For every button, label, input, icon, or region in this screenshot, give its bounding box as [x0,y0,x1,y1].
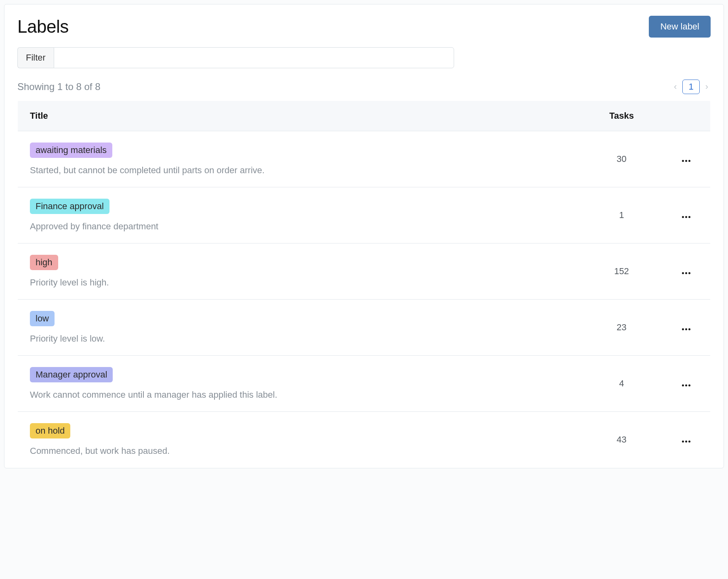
ellipsis-icon [682,272,684,274]
label-pill[interactable]: high [30,255,58,270]
more-actions-button[interactable] [680,270,693,277]
pagination: ‹ 1 › [671,80,711,94]
label-pill[interactable]: awaiting materials [30,143,112,158]
title-cell: highPriority level is high. [18,243,581,300]
ellipsis-icon [688,441,690,443]
ellipsis-icon [685,272,687,274]
label-description: Commenced, but work has paused. [30,446,569,456]
tasks-count: 4 [581,356,662,412]
actions-cell [662,243,711,300]
tasks-count: 30 [581,131,662,187]
summary-text: Showing 1 to 8 of 8 [17,81,100,92]
ellipsis-icon [682,441,684,443]
table-row: Finance approvalApproved by finance depa… [18,187,711,243]
more-actions-button[interactable] [680,157,693,164]
table-row: Manager approvalWork cannot commence unt… [18,356,711,412]
ellipsis-icon [685,384,687,386]
ellipsis-icon [682,216,684,218]
label-description: Started, but cannot be completed until p… [30,165,569,176]
label-description: Priority level is low. [30,334,569,344]
ellipsis-icon [682,384,684,386]
page-1-button[interactable]: 1 [682,80,699,94]
label-pill[interactable]: on hold [30,423,70,438]
label-description: Approved by finance department [30,221,569,232]
ellipsis-icon [685,441,687,443]
new-label-button[interactable]: New label [649,16,711,38]
table-row: lowPriority level is low.23 [18,300,711,356]
ellipsis-icon [685,216,687,218]
table-row: highPriority level is high.152 [18,243,711,300]
tasks-count: 43 [581,412,662,468]
more-actions-button[interactable] [680,214,693,220]
label-pill[interactable]: Manager approval [30,367,113,382]
label-pill[interactable]: Finance approval [30,199,109,214]
label-pill[interactable]: low [30,311,55,326]
chevron-left-icon: ‹ [671,80,679,94]
ellipsis-icon [685,328,687,330]
title-cell: on holdCommenced, but work has paused. [18,412,581,468]
page-header: Labels New label [17,16,711,38]
ellipsis-icon [688,328,690,330]
more-actions-button[interactable] [680,382,693,389]
labels-card: Labels New label Filter Showing 1 to 8 o… [4,4,724,468]
tasks-count: 23 [581,300,662,356]
ellipsis-icon [688,216,690,218]
title-cell: Finance approvalApproved by finance depa… [18,187,581,243]
ellipsis-icon [682,328,684,330]
actions-cell [662,187,711,243]
ellipsis-icon [688,272,690,274]
label-description: Priority level is high. [30,277,569,288]
column-header-tasks[interactable]: Tasks [581,101,662,131]
ellipsis-icon [688,384,690,386]
ellipsis-icon [688,160,690,162]
filter-group: Filter [17,47,454,68]
labels-table: Title Tasks awaiting materialsStarted, b… [17,100,711,468]
column-header-actions [662,101,711,131]
actions-cell [662,412,711,468]
more-actions-button[interactable] [680,326,693,333]
filter-input[interactable] [54,47,454,68]
actions-cell [662,356,711,412]
ellipsis-icon [685,160,687,162]
tasks-count: 1 [581,187,662,243]
more-actions-button[interactable] [680,438,693,445]
label-description: Work cannot commence until a manager has… [30,390,569,400]
table-row: awaiting materialsStarted, but cannot be… [18,131,711,187]
title-cell: Manager approvalWork cannot commence unt… [18,356,581,412]
filter-label: Filter [17,47,54,68]
summary-row: Showing 1 to 8 of 8 ‹ 1 › [17,80,711,94]
ellipsis-icon [682,160,684,162]
table-row: on holdCommenced, but work has paused.43 [18,412,711,468]
tasks-count: 152 [581,243,662,300]
title-cell: lowPriority level is low. [18,300,581,356]
column-header-title[interactable]: Title [18,101,581,131]
actions-cell [662,300,711,356]
actions-cell [662,131,711,187]
page-title: Labels [17,17,69,37]
title-cell: awaiting materialsStarted, but cannot be… [18,131,581,187]
chevron-right-icon: › [703,80,711,94]
